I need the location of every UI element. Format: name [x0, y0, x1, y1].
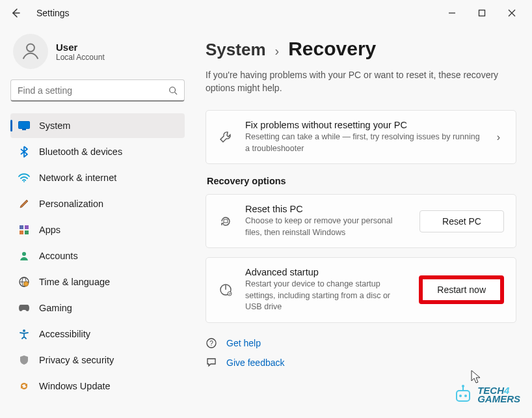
maximize-button[interactable] [467, 3, 497, 23]
update-icon [18, 380, 30, 392]
close-icon [508, 9, 516, 17]
user-icon [20, 40, 42, 63]
sidebar-item-label: System [39, 120, 70, 131]
sidebar-item-network[interactable]: Network & internet [10, 165, 185, 190]
sidebar-item-personalization[interactable]: Personalization [10, 191, 185, 216]
svg-point-28 [462, 385, 464, 387]
sidebar-item-bluetooth[interactable]: Bluetooth & devices [10, 139, 185, 164]
svg-point-16 [24, 282, 29, 286]
sidebar-item-label: Privacy & security [39, 355, 114, 365]
svg-rect-1 [479, 10, 485, 16]
nav: System Bluetooth & devices Network & int… [10, 113, 185, 398]
main-content: System › Recovery If you're having probl… [195, 26, 532, 418]
bluetooth-icon [18, 146, 30, 158]
card-subtitle: Restart your device to change startup se… [245, 279, 407, 313]
sidebar-item-gaming[interactable]: Gaming [10, 296, 185, 320]
window-title: Settings [36, 8, 70, 18]
sidebar-item-label: Accessibility [39, 329, 90, 339]
svg-line-4 [175, 92, 178, 94]
user-account-type: Local Account [56, 53, 105, 62]
robot-icon [451, 383, 475, 406]
svg-point-12 [22, 252, 26, 256]
wrench-icon [218, 130, 233, 145]
sidebar-item-apps[interactable]: Apps [10, 217, 185, 242]
svg-rect-9 [25, 225, 29, 229]
chevron-right-icon: › [493, 132, 504, 143]
breadcrumb-parent[interactable]: System [206, 40, 266, 60]
minimize-button[interactable] [437, 3, 467, 23]
section-heading: Recovery options [207, 176, 516, 186]
brush-icon [18, 198, 30, 210]
help-section: ? Get help Give feedback [206, 337, 516, 369]
svg-point-17 [23, 329, 25, 332]
svg-rect-10 [20, 230, 23, 234]
avatar [13, 34, 48, 69]
feedback-link-text[interactable]: Give feedback [226, 357, 285, 368]
card-title: Reset this PC [245, 204, 408, 214]
svg-point-7 [23, 181, 25, 182]
card-title: Fix problems without resetting your PC [245, 120, 481, 130]
svg-point-25 [459, 395, 462, 397]
sidebar-item-label: Windows Update [39, 381, 111, 391]
page-description: If you're having problems with your PC o… [206, 69, 516, 94]
maximize-icon [478, 9, 486, 17]
svg-rect-24 [457, 391, 470, 401]
search-input[interactable] [18, 85, 168, 96]
sidebar-item-accessibility[interactable]: Accessibility [10, 322, 185, 346]
get-help-link[interactable]: ? Get help [206, 337, 516, 349]
apps-icon [18, 224, 30, 236]
feedback-icon [206, 357, 217, 369]
sidebar-item-label: Accounts [39, 251, 78, 261]
help-icon: ? [206, 337, 217, 349]
sidebar-item-privacy[interactable]: Privacy & security [10, 348, 185, 372]
svg-point-2 [27, 44, 34, 51]
close-button[interactable] [497, 3, 527, 23]
person-icon [18, 250, 30, 262]
card-subtitle: Choose to keep or remove your personal f… [245, 216, 408, 238]
svg-rect-18 [224, 219, 228, 223]
title-bar: Settings [0, 0, 532, 26]
user-name: User [56, 42, 105, 53]
restart-now-button[interactable]: Restart now [419, 275, 504, 304]
minimize-icon [448, 9, 456, 17]
svg-rect-8 [20, 225, 23, 229]
power-restart-icon [218, 283, 233, 297]
watermark-text-3: GAMERS [477, 395, 520, 404]
reset-icon [218, 214, 233, 229]
arrow-left-icon [10, 8, 21, 18]
sidebar-item-label: Gaming [39, 303, 72, 313]
user-profile[interactable]: User Local Account [10, 34, 185, 69]
sidebar-item-time-language[interactable]: Time & language [10, 270, 185, 294]
page-title: Recovery [288, 38, 376, 60]
sidebar: User Local Account System Bluetooth & de… [0, 26, 195, 418]
svg-text:?: ? [209, 340, 213, 347]
sidebar-item-label: Bluetooth & devices [39, 146, 122, 157]
globe-icon [18, 276, 30, 288]
breadcrumb: System › Recovery [206, 38, 516, 60]
reset-pc-button[interactable]: Reset PC [419, 210, 504, 232]
sidebar-item-system[interactable]: System [10, 113, 185, 138]
monitor-icon [18, 120, 30, 132]
sidebar-item-label: Time & language [39, 277, 110, 287]
shield-icon [18, 354, 30, 366]
help-link-text[interactable]: Get help [226, 338, 261, 348]
back-button[interactable] [5, 3, 26, 23]
svg-point-26 [464, 395, 467, 397]
window-controls [437, 3, 527, 23]
card-title: Advanced startup [245, 267, 407, 277]
search-icon [168, 86, 178, 95]
card-fix-problems[interactable]: Fix problems without resetting your PC R… [206, 110, 516, 164]
search-input-container[interactable] [10, 79, 185, 102]
sidebar-item-label: Apps [39, 225, 60, 235]
accessibility-icon [18, 328, 30, 340]
sidebar-item-update[interactable]: Windows Update [10, 374, 185, 398]
sidebar-item-accounts[interactable]: Accounts [10, 244, 185, 268]
svg-rect-6 [22, 129, 26, 130]
give-feedback-link[interactable]: Give feedback [206, 357, 516, 369]
sidebar-item-label: Personalization [39, 199, 103, 209]
card-advanced-startup: Advanced startup Restart your device to … [206, 257, 516, 323]
svg-rect-11 [25, 230, 29, 234]
sidebar-item-label: Network & internet [39, 173, 116, 183]
gaming-icon [18, 302, 30, 314]
svg-point-3 [170, 87, 176, 92]
